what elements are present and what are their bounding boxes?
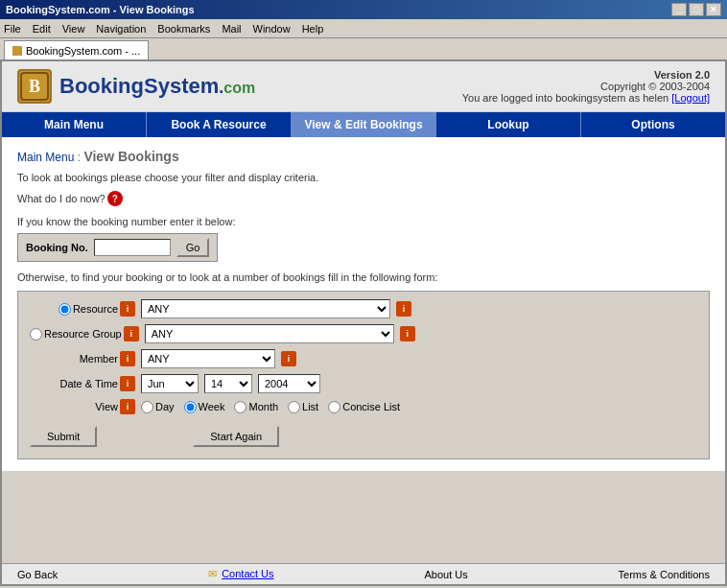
resource-group-info-icon: i <box>124 326 139 341</box>
envelope-icon: ✉ <box>208 568 217 579</box>
view-concise-option[interactable]: Concise List <box>328 401 400 413</box>
footer-about[interactable]: About Us <box>424 569 467 580</box>
menu-edit[interactable]: Edit <box>33 23 51 35</box>
breadcrumb-current: View Bookings <box>83 149 178 164</box>
footer-contact[interactable]: ✉ Contact Us <box>208 568 273 580</box>
copyright-text: Copyright © 2003-2004 <box>462 81 710 92</box>
menu-bar: File Edit View Navigation Bookmarks Mail… <box>0 19 727 38</box>
form-buttons: Submit Start Again <box>30 422 697 451</box>
nav-main-menu[interactable]: Main Menu <box>2 112 147 137</box>
member-info-icon2: i <box>281 351 296 366</box>
menu-help[interactable]: Help <box>302 23 324 35</box>
year-select[interactable]: 200320042005 <box>258 374 320 393</box>
resource-group-select[interactable]: ANY <box>145 324 394 343</box>
help-icon: ? <box>107 191 123 206</box>
main-window: B BookingSystem.com Version 2.0 Copyrigh… <box>0 59 727 586</box>
nav-book-resource[interactable]: Book A Resource <box>147 112 292 137</box>
view-label-container: View i <box>30 399 135 414</box>
nav-lookup[interactable]: Lookup <box>436 112 581 137</box>
resource-group-info-icon2: i <box>400 326 415 341</box>
submit-button[interactable]: Submit <box>30 426 97 447</box>
view-month-radio[interactable] <box>234 401 246 413</box>
view-label: View <box>95 401 118 412</box>
version-text: Version 2.0 <box>462 69 710 81</box>
header: B BookingSystem.com Version 2.0 Copyrigh… <box>2 61 725 112</box>
date-time-info-icon: i <box>120 376 135 391</box>
booking-section-label: If you know the booking number enter it … <box>17 216 710 227</box>
breadcrumb: Main Menu : View Bookings <box>17 149 710 164</box>
booking-number-input[interactable] <box>94 239 171 256</box>
date-time-row: Date & Time i JanFebMarAprMayJunJulAugSe… <box>30 374 697 393</box>
footer-terms[interactable]: Terms & Conditions <box>619 569 710 580</box>
member-info-icon: i <box>120 351 135 366</box>
page-description: To look at bookings please choose your f… <box>17 172 710 183</box>
resource-group-row: Resource Group i ANY i <box>30 324 697 343</box>
tab-label: BookingSystem.com - ... <box>26 45 140 57</box>
view-radio-group: Day Week Month List Concise List <box>141 401 400 413</box>
logo-icon: B <box>17 69 52 104</box>
view-month-option[interactable]: Month <box>234 401 278 413</box>
resource-row: Resource i ANY i <box>30 299 697 318</box>
maximize-btn[interactable]: □ <box>689 3 704 16</box>
member-select[interactable]: ANY <box>141 349 275 368</box>
day-select[interactable]: 1234567891011121314151617181920212223242… <box>204 374 252 393</box>
view-week-radio[interactable] <box>184 401 197 413</box>
menu-file[interactable]: File <box>4 23 21 35</box>
footer: Go Back ✉ Contact Us About Us Terms & Co… <box>2 563 725 584</box>
minimize-btn[interactable]: _ <box>671 3 687 16</box>
filter-intro-text: Otherwise, to find your booking or to lo… <box>17 271 710 283</box>
help-link[interactable]: What do I do now? ? <box>17 191 710 206</box>
view-concise-radio[interactable] <box>328 401 340 413</box>
member-label: Member <box>80 353 118 365</box>
resource-select[interactable]: ANY <box>141 299 390 318</box>
resource-group-label-container: Resource Group i <box>30 326 139 341</box>
footer-go-back[interactable]: Go Back <box>17 569 58 580</box>
page-content: Main Menu : View Bookings To look at boo… <box>2 137 725 471</box>
header-info: Version 2.0 Copyright © 2003-2004 You ar… <box>462 69 710 104</box>
window-title: BookingSystem.com - View Bookings <box>6 4 195 15</box>
title-bar: BookingSystem.com - View Bookings _ □ ✕ <box>0 0 727 19</box>
resource-radio[interactable] <box>59 303 71 316</box>
footer-contact-link[interactable]: Contact Us <box>222 568 273 579</box>
start-again-button[interactable]: Start Again <box>193 426 279 447</box>
member-row: Member i ANY i <box>30 349 697 368</box>
close-btn[interactable]: ✕ <box>706 3 721 16</box>
logout-link[interactable]: [Logout] <box>671 92 710 104</box>
nav-options[interactable]: Options <box>581 112 725 137</box>
resource-label: Resource <box>73 303 118 315</box>
date-time-label: Date & Time <box>59 378 118 389</box>
nav-view-edit[interactable]: View & Edit Bookings <box>292 112 436 137</box>
tab-bar: BookingSystem.com - ... <box>0 38 727 59</box>
view-day-radio[interactable] <box>141 401 153 413</box>
menu-mail[interactable]: Mail <box>222 23 241 35</box>
resource-info-icon: i <box>120 301 135 317</box>
help-label: What do I do now? <box>17 193 106 204</box>
tab-favicon <box>12 46 22 56</box>
view-info-icon: i <box>120 399 135 414</box>
month-select[interactable]: JanFebMarAprMayJunJulAugSepOctNovDec <box>141 374 199 393</box>
date-time-label-container: Date & Time i <box>30 376 135 391</box>
resource-label-container: Resource i <box>30 301 135 317</box>
menu-view[interactable]: View <box>62 23 85 35</box>
menu-window[interactable]: Window <box>253 23 291 35</box>
go-button[interactable]: Go <box>176 238 210 257</box>
view-row: View i Day Week Month List <box>30 399 697 414</box>
view-list-radio[interactable] <box>288 401 300 413</box>
resource-group-radio[interactable] <box>30 328 42 341</box>
view-week-option[interactable]: Week <box>184 401 225 413</box>
menu-navigation[interactable]: Navigation <box>96 23 146 35</box>
logo-text: BookingSystem.com <box>59 74 255 99</box>
view-day-option[interactable]: Day <box>141 401 175 413</box>
booking-no-label: Booking No. <box>26 242 88 253</box>
booking-number-row: Booking No. Go <box>17 233 710 262</box>
resource-group-label: Resource Group <box>44 328 122 340</box>
browser-tab[interactable]: BookingSystem.com - ... <box>4 40 149 59</box>
view-list-option[interactable]: List <box>288 401 318 413</box>
filter-form: Resource i ANY i Resource Group i ANY <box>17 291 710 459</box>
menu-bookmarks[interactable]: Bookmarks <box>157 23 210 35</box>
logo-area: B BookingSystem.com <box>17 69 255 104</box>
window-controls: _ □ ✕ <box>671 3 721 16</box>
logged-in-text: You are logged into bookingsystem as hel… <box>462 92 710 104</box>
member-label-container: Member i <box>30 351 135 366</box>
svg-text:B: B <box>29 77 40 96</box>
